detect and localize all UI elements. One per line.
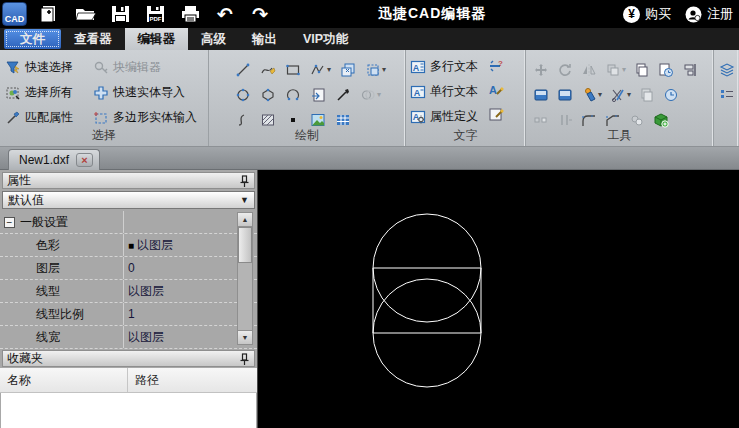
pin-icon[interactable] <box>239 353 250 369</box>
mirror-icon[interactable] <box>581 62 597 78</box>
offset-icon[interactable] <box>557 112 573 128</box>
copy-disabled-icon[interactable] <box>639 87 655 103</box>
paste-time-icon[interactable] <box>658 62 674 78</box>
property-row-linetype[interactable]: 线型 以图层 <box>0 280 257 303</box>
ellipse-icon[interactable] <box>260 87 276 103</box>
undo-icon: ↶ <box>217 5 233 24</box>
block-add-icon[interactable] <box>653 112 669 128</box>
buy-button[interactable]: ¥ 购买 <box>623 5 671 23</box>
array-button[interactable]: ▾ <box>605 62 626 78</box>
pin-icon[interactable] <box>239 175 250 191</box>
multiline-text-button[interactable]: A 多行文本 <box>410 56 478 77</box>
blend-button[interactable]: ▾ <box>360 87 381 103</box>
paste-block-icon[interactable] <box>557 87 573 103</box>
rectangle-icon[interactable] <box>285 62 301 78</box>
paste-icon[interactable] <box>533 87 549 103</box>
arc-icon[interactable] <box>285 87 301 103</box>
polygon-entity-input-button[interactable]: 多边形实体输入 <box>93 107 207 128</box>
scrollbar-thumb[interactable] <box>238 227 252 263</box>
save-pdf-button[interactable]: PDF <box>143 3 167 25</box>
favorites-column-name[interactable]: 名称 <box>0 368 128 392</box>
polyline-icon[interactable] <box>260 62 276 78</box>
cad-logo-icon[interactable]: CAD <box>2 2 27 26</box>
quick-select-button[interactable]: 快速选择 <box>5 57 93 78</box>
scroll-down-icon[interactable]: ▼ <box>238 330 252 344</box>
group-label-tools: 工具 <box>526 127 713 144</box>
restore-icon[interactable] <box>663 87 679 103</box>
menu-viewer[interactable]: 查看器 <box>61 28 125 50</box>
properties-list-icon[interactable] <box>719 87 735 103</box>
spline-icon[interactable] <box>235 112 251 128</box>
attribute-define-button[interactable]: A 属性定义 <box>410 106 478 127</box>
find-replace-icon[interactable]: ? <box>488 58 504 74</box>
save-icon <box>110 4 131 24</box>
chamfer-icon[interactable] <box>605 112 621 128</box>
dropdown-icon: ▾ <box>327 65 331 74</box>
property-grid-scrollbar[interactable]: ▲ ▼ <box>237 212 253 345</box>
image-icon[interactable] <box>310 112 326 128</box>
property-preset-select[interactable]: 默认值 ▼ <box>2 191 255 209</box>
polygon-entity-input-label: 多边形实体输入 <box>113 109 197 126</box>
collapse-icon[interactable]: − <box>4 217 15 228</box>
left-panel: 属性 默认值 ▼ − 一般设置 色彩 ■ 以图层 <box>0 170 258 428</box>
block-insert-icon[interactable] <box>340 62 356 78</box>
close-tab-button[interactable]: × <box>76 153 93 167</box>
document-tab[interactable]: New1.dxf × <box>8 149 100 170</box>
property-row-color[interactable]: 色彩 ■ 以图层 <box>0 234 257 257</box>
copy-icon[interactable] <box>634 62 650 78</box>
group-label-text: 文字 <box>406 127 525 144</box>
erase-button[interactable]: ▾ <box>581 87 602 103</box>
rotate-icon[interactable] <box>557 62 573 78</box>
line-icon[interactable] <box>235 62 251 78</box>
singleline-text-button[interactable]: A 单行文本 <box>410 81 478 102</box>
new-file-button[interactable] <box>38 3 62 25</box>
color-swatch-icon: ■ <box>128 240 134 251</box>
point-icon[interactable] <box>285 112 301 128</box>
select-all-button[interactable]: 选择所有 <box>5 82 93 103</box>
properties-panel-header: 属性 <box>2 172 255 189</box>
align-icon[interactable] <box>682 62 698 78</box>
block-define-button[interactable]: ▾ <box>365 62 386 78</box>
favorites-list[interactable] <box>1 393 256 428</box>
favorites-column-path[interactable]: 路径 <box>128 368 159 392</box>
drawing-canvas[interactable] <box>258 170 739 428</box>
hatch-icon[interactable] <box>260 112 276 128</box>
property-group-row[interactable]: − 一般设置 <box>0 211 257 234</box>
edit-attribute-icon[interactable] <box>488 106 504 122</box>
redo-button[interactable]: ↷ <box>248 3 272 25</box>
open-file-button[interactable] <box>73 3 97 25</box>
match-properties-button[interactable]: 匹配属性 <box>5 107 93 128</box>
pen-icon[interactable] <box>335 87 351 103</box>
polyline-vertex-button[interactable]: ▾ <box>310 62 331 78</box>
fillet-icon[interactable] <box>581 112 597 128</box>
menu-advanced[interactable]: 高级 <box>188 28 239 50</box>
layers-icon[interactable] <box>719 62 735 78</box>
trim-button[interactable]: ▾ <box>610 87 631 103</box>
save-button[interactable] <box>108 3 132 25</box>
scroll-up-icon[interactable]: ▲ <box>238 213 252 227</box>
property-row-linetype-scale[interactable]: 线型比例 1 <box>0 303 257 326</box>
table-icon[interactable] <box>335 112 351 128</box>
register-button[interactable]: 注册 <box>685 5 733 23</box>
quick-select-label: 快速选择 <box>25 59 73 76</box>
menu-file[interactable]: 文件 <box>4 29 61 49</box>
property-row-lineweight[interactable]: 线宽 以图层 <box>0 326 257 349</box>
stretch-icon[interactable] <box>533 112 549 128</box>
block-editor-button[interactable]: 块编辑器 <box>93 57 207 78</box>
move-icon[interactable] <box>533 62 549 78</box>
menu-editor[interactable]: 编辑器 <box>125 28 189 50</box>
quick-entity-import-button[interactable]: 快速实体导入 <box>93 82 207 103</box>
edit-text-icon[interactable]: A <box>488 82 504 98</box>
property-row-layer[interactable]: 图层 0 <box>0 257 257 280</box>
print-button[interactable] <box>178 3 202 25</box>
ribbon: 快速选择 块编辑器 选择所有 <box>0 50 739 147</box>
menu-vip[interactable]: VIP功能 <box>290 28 361 50</box>
group-icon[interactable] <box>629 112 645 128</box>
menu-output[interactable]: 输出 <box>239 28 290 50</box>
property-label: 线型比例 <box>36 306 84 323</box>
circle-icon[interactable] <box>235 87 251 103</box>
svg-text:A: A <box>414 87 421 97</box>
trim-icon <box>610 87 626 103</box>
object-icon[interactable] <box>310 87 326 103</box>
undo-button[interactable]: ↶ <box>213 3 237 25</box>
